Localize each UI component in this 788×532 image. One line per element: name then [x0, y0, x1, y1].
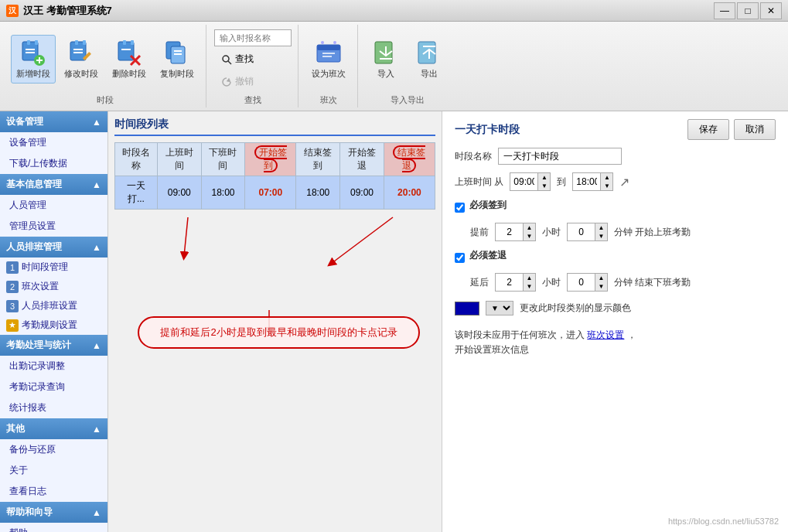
- toolbar-group-period: 新增时段 修改时段: [5, 25, 206, 107]
- cell-name: 一天打...: [115, 176, 158, 210]
- delay-hour-spinner[interactable]: ▲ ▼: [495, 273, 536, 292]
- watermark: https://blog.csdn.net/liu53782: [668, 517, 779, 526]
- col-end: 下班时间: [201, 143, 245, 176]
- maximize-button[interactable]: □: [737, 2, 759, 19]
- must-checkout-checkbox[interactable]: [455, 253, 465, 263]
- advance-hour-input[interactable]: [496, 225, 523, 239]
- start-time-from-up[interactable]: ▲: [537, 173, 550, 182]
- sidebar-item-backup[interactable]: 备份与还原: [0, 439, 107, 460]
- search-button[interactable]: 查找: [214, 49, 292, 69]
- shift-settings-link[interactable]: 班次设置: [587, 329, 624, 340]
- sidebar-section-shift-chevron: ▲: [92, 242, 101, 253]
- import-button[interactable]: 导入: [366, 35, 406, 84]
- new-period-button[interactable]: 新增时段: [11, 35, 56, 84]
- shift-group-label: 班次: [320, 91, 337, 106]
- set-shift-button[interactable]: 设为班次: [306, 35, 351, 84]
- advance-min-up[interactable]: ▲: [595, 223, 607, 232]
- sidebar-item-log[interactable]: 查看日志: [0, 481, 107, 502]
- delay-min-input[interactable]: [568, 275, 595, 289]
- start-time-to-spinner[interactable]: ▲ ▼: [572, 172, 613, 191]
- start-time-to-down[interactable]: ▼: [600, 182, 612, 190]
- advance-hour-down[interactable]: ▼: [523, 232, 535, 240]
- delay-min-up[interactable]: ▲: [595, 274, 607, 282]
- must-checkin-checkbox[interactable]: [455, 203, 465, 213]
- start-time-from-spinbtns: ▲ ▼: [537, 173, 550, 190]
- delay-hour-up[interactable]: ▲: [523, 274, 535, 282]
- advance-min-down[interactable]: ▼: [595, 232, 607, 240]
- sidebar-item-about[interactable]: 关于: [0, 460, 107, 481]
- col-signout-end: 结束签退: [384, 143, 435, 176]
- edit-period-button[interactable]: 修改时段: [59, 35, 104, 84]
- advance-hour-spinner[interactable]: ▲ ▼: [495, 223, 536, 241]
- minimize-button[interactable]: —: [714, 2, 735, 19]
- start-time-from-input[interactable]: [510, 175, 537, 189]
- sidebar-item-personnel-shift[interactable]: 3 人员排班设置: [0, 296, 107, 315]
- sidebar-item-personnel[interactable]: 人员管理: [0, 195, 107, 216]
- search-group-label: 查找: [244, 91, 261, 106]
- edit-period-icon: [67, 39, 95, 66]
- copy-period-label: 复制时段: [160, 68, 194, 80]
- sidebar-item-shift-settings-label: 班次设置: [22, 280, 59, 293]
- color-dropdown[interactable]: ▼: [486, 301, 513, 315]
- sidebar-section-other-label: 其他: [6, 422, 25, 435]
- cancel-search-button[interactable]: 撤销: [214, 72, 292, 91]
- start-time-to-up[interactable]: ▲: [600, 173, 612, 182]
- delete-period-button[interactable]: 删除时段: [107, 35, 152, 84]
- delay-hour-input[interactable]: [496, 275, 523, 289]
- cancel-button[interactable]: 取消: [734, 119, 776, 140]
- sidebar-item-query[interactable]: 考勤记录查询: [0, 377, 107, 397]
- sidebar-item-report[interactable]: 统计报表: [0, 397, 107, 418]
- period-group-label: 时段: [97, 91, 114, 106]
- sidebar-item-device-manage[interactable]: 设备管理: [0, 132, 107, 153]
- sidebar-item-time-period[interactable]: 1 时间段管理: [0, 257, 107, 277]
- col-signout-end-label: 结束签退: [393, 145, 425, 172]
- annotation-note: 提前和延后2小时是取到最早和最晚时间段的卡点记录: [138, 316, 420, 349]
- save-button[interactable]: 保存: [687, 119, 729, 140]
- sidebar-section-device[interactable]: 设备管理 ▲: [0, 111, 107, 132]
- advance-hour-up[interactable]: ▲: [523, 223, 535, 232]
- advance-hour-spinbtns: ▲ ▼: [523, 223, 535, 240]
- copy-period-button[interactable]: 复制时段: [155, 35, 200, 84]
- period-name-input[interactable]: [498, 148, 622, 165]
- sidebar-section-basic-chevron: ▲: [92, 179, 101, 190]
- app-icon: 汉: [6, 5, 19, 17]
- sidebar-item-shift-settings[interactable]: 2 班次设置: [0, 277, 107, 296]
- sidebar-item-help[interactable]: 帮助: [0, 523, 107, 532]
- toolbar-group-io: 导入 导出 导入导出: [360, 25, 455, 107]
- close-button[interactable]: ✕: [760, 2, 782, 19]
- sidebar-item-adjust[interactable]: 出勤记录调整: [0, 356, 107, 377]
- sidebar-item-upload-download[interactable]: 下载/上传数据: [0, 153, 107, 174]
- advance-min-input[interactable]: [568, 225, 595, 239]
- search-label: 查找: [235, 53, 254, 66]
- delay-min-spinner[interactable]: ▲ ▼: [567, 273, 608, 292]
- sidebar-item-admin[interactable]: 管理员设置: [0, 216, 107, 237]
- table-row[interactable]: 一天打... 09:00 18:00 07:00 18:00 09:00 20:…: [115, 176, 435, 210]
- period-name-row: 时段名称: [455, 148, 776, 165]
- start-time-to-input[interactable]: [573, 175, 600, 189]
- start-time-to-label: 到: [557, 176, 566, 189]
- sidebar-section-attendance[interactable]: 考勤处理与统计 ▲: [0, 335, 107, 356]
- color-label: 更改此时段类别的显示颜色: [520, 302, 631, 315]
- start-time-from-down[interactable]: ▼: [537, 182, 550, 190]
- sidebar-section-other[interactable]: 其他 ▲: [0, 418, 107, 439]
- svg-line-38: [184, 217, 188, 256]
- sidebar-section-help[interactable]: 帮助和向导 ▲: [0, 502, 107, 523]
- export-button[interactable]: 导出: [409, 35, 449, 84]
- advance-min-spinner[interactable]: ▲ ▼: [567, 223, 608, 241]
- shift-buttons: 设为班次: [306, 26, 351, 91]
- svg-point-30: [321, 41, 324, 44]
- detail-panel: 一天打卡时段 保存 取消 时段名称 上班时间 从: [442, 111, 788, 532]
- delay-row: 延后 ▲ ▼ 小时 ▲: [470, 273, 776, 292]
- svg-point-31: [333, 41, 336, 44]
- start-time-from-spinner[interactable]: ▲ ▼: [510, 172, 551, 191]
- search-period-input[interactable]: [214, 29, 292, 46]
- must-checkin-row: 必须签到: [455, 199, 776, 217]
- period-buttons: 新增时段 修改时段: [11, 26, 200, 91]
- sidebar-item-attendance-rules[interactable]: ★ 考勤规则设置: [0, 315, 107, 335]
- delay-min-down[interactable]: ▼: [595, 282, 607, 291]
- sidebar-section-basic[interactable]: 基本信息管理 ▲: [0, 174, 107, 195]
- delay-hour-down[interactable]: ▼: [523, 282, 535, 291]
- new-period-icon: [19, 39, 47, 66]
- sidebar-section-shift[interactable]: 人员排班管理 ▲: [0, 237, 107, 257]
- annotation-area: 提前和延后2小时是取到最早和最晚时间段的卡点记录: [114, 210, 435, 364]
